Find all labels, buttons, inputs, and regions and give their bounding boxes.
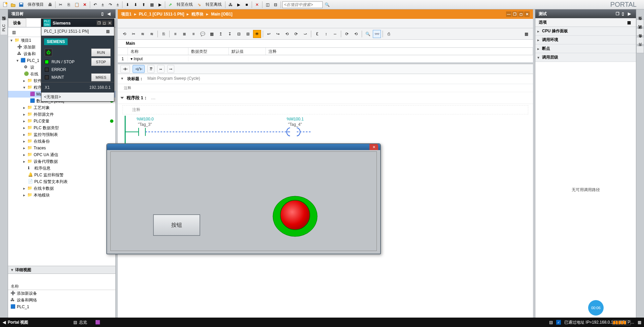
hmi-screen[interactable]: 按钮 [110,151,377,251]
vtab-test[interactable]: 测试 [636,28,644,36]
crumb-project[interactable]: 项目1 [121,11,132,17]
max-icon[interactable]: ◻ [102,21,107,25]
portal-view-button[interactable]: ◀ Portal 视图 [3,320,28,325]
block-comment[interactable]: 注释 [118,84,533,92]
save-label[interactable]: 保存项目 [26,2,46,7]
tree-watch[interactable]: ▸📁监控与强制表 [8,131,115,138]
cpu-stop-icon[interactable]: ■ [243,1,250,8]
collapse-icon[interactable]: ▯ [101,11,106,16]
new-icon[interactable] [1,1,9,8]
overview-button[interactable]: ▤ 总览 [73,320,87,325]
accessible-icon[interactable]: 🖧 [227,1,234,8]
tree-opcua[interactable]: ▸📁OPC UA 通信 [8,151,115,158]
expander-icon[interactable]: ▸ [22,146,26,150]
tree-cardonline[interactable]: ▸📁在线卡数据 [8,185,115,192]
compile-icon[interactable]: ⬇ [124,1,131,8]
pin-icon[interactable]: ▯ [622,11,627,16]
max-icon[interactable]: ◻ [518,11,524,17]
tree-alarmtext[interactable]: 📄PLC 报警文本列表 [8,178,115,185]
split-h-icon[interactable]: ◫ [264,1,271,8]
go-offline-icon[interactable]: ⇘ [195,1,203,8]
power-button[interactable]: ⏻ [45,49,52,56]
ed-btn3[interactable]: ≋ [139,30,147,38]
hmi-lamp[interactable] [272,193,318,239]
lad-branch[interactable]: ↦ [157,65,164,73]
misc3-icon[interactable]: ↔ [331,30,339,38]
expander-icon[interactable]: ▾ [15,58,20,63]
chevron-down-icon[interactable]: ▾ [10,267,14,272]
expander-icon[interactable]: ▸ [22,186,26,191]
restore-icon[interactable]: ❐ [616,11,620,16]
taskbar-item[interactable]: 🟪 [95,320,100,325]
tree-traces[interactable]: ▸📁Traces [8,145,115,151]
redo-icon[interactable]: ↷ [107,1,114,8]
mres-button[interactable]: MRES [91,73,111,81]
crumb-plc[interactable]: PLC_1 [CPU 1511-1 PN] [139,12,184,16]
arrow-right-icon[interactable]: ▶ [628,11,633,16]
ed-btn-copy[interactable]: ⎘ [159,30,168,38]
dbg1-icon[interactable]: ⟳ [343,30,351,38]
net-exp-icon[interactable]: ⊞ [244,30,252,38]
tray-icon[interactable]: ▦ [638,320,641,325]
cut-icon[interactable]: ✂ [57,1,64,8]
net-col-icon[interactable]: ⊟ [235,30,243,38]
go-online-icon[interactable]: ⇗ [167,1,174,8]
net-ins-icon[interactable]: ▦ [208,30,216,38]
restore-icon[interactable]: ❐ [512,11,517,17]
lad-no-contact[interactable]: ⊣⊢ [120,65,130,73]
arrow-left-icon[interactable]: ◀ [107,11,112,16]
opt-icon[interactable]: ▦ [625,19,633,26]
net-up-icon[interactable]: ↥ [217,30,225,38]
close-icon[interactable]: ✕ [524,11,530,17]
restore-icon[interactable]: ❐ [97,21,101,25]
search-go-icon[interactable]: 🔍 [323,1,331,8]
expander-icon[interactable]: ▸ [22,159,26,164]
ed-btn4[interactable]: ≋ [148,30,156,38]
download-icon[interactable]: ⬇ [132,1,139,8]
goto1-icon[interactable]: ↩ [265,30,273,38]
lad-coil[interactable]: ⟶ [167,65,174,73]
crumb-main[interactable]: Main [OB1] [211,12,232,16]
misc2-icon[interactable]: ↕ [322,30,330,38]
goto3-icon[interactable]: ⟲ [283,30,291,38]
sim-icon[interactable]: ▦ [148,1,155,8]
go-offline-label[interactable]: 转至离线 [204,2,224,7]
view1-icon[interactable]: 🔍 [364,30,372,38]
network-comment[interactable]: 注释 [122,105,528,114]
min-icon[interactable]: — [506,11,511,17]
tree-ext[interactable]: ▸📁外部源文件 [8,111,115,118]
detail-row[interactable]: 🟦PLC_1 [8,303,115,310]
tree-plcalarm[interactable]: 🔔PLC 监控和报警 [8,172,115,178]
run-button[interactable]: RUN [91,48,111,57]
acc-breakpoints[interactable]: ▸断点 [535,44,636,53]
expander-icon[interactable]: ▾ [22,85,26,90]
stop-button[interactable]: STOP [91,58,111,66]
vtab-tasks[interactable]: 任务 [636,37,644,44]
hmi-titlebar[interactable]: ✕ [107,144,380,150]
go-online-label[interactable]: 转至在线 [175,2,195,7]
hmi-runtime-window[interactable]: ✕ 按钮 [106,143,381,254]
start-rt-icon[interactable]: ▶ [156,1,164,8]
expander-icon[interactable]: ▸ [22,193,26,197]
goto4-icon[interactable]: ⟳ [292,30,300,38]
expander-icon[interactable]: ▸ [22,105,26,110]
interface-row[interactable]: 1 ▾ Input [118,55,533,63]
tree-view-icon[interactable]: ▥ [10,29,17,36]
vtab-instructions[interactable]: 指令 [636,20,644,27]
hmi-button[interactable]: 按钮 [153,214,200,236]
align2-icon[interactable]: ≣ [180,30,188,38]
acc-call-env[interactable]: ▸调用环境 [535,36,636,44]
copy-icon[interactable]: ⎘ [65,1,72,8]
goto5-icon[interactable]: ⤻ [301,30,309,38]
expander-icon[interactable]: ▸ [22,125,26,130]
acc-cpu-panel[interactable]: ▸CPU 操作面板 [535,27,636,36]
tree-plctags[interactable]: ▸📁PLC变量 [8,118,115,124]
close-icon[interactable]: ✕ [107,21,112,25]
struct-icon[interactable]: ▦ [522,30,530,38]
search-input[interactable] [282,1,323,8]
tree-plctypes[interactable]: ▸📁PLC 数据类型 [8,124,115,131]
crumb-blocks[interactable]: 程序块 [191,11,204,17]
paste-icon[interactable]: 📋 [73,1,80,8]
misc1-icon[interactable]: Ɛ [313,30,321,38]
undo-dd[interactable]: ± [100,2,106,7]
